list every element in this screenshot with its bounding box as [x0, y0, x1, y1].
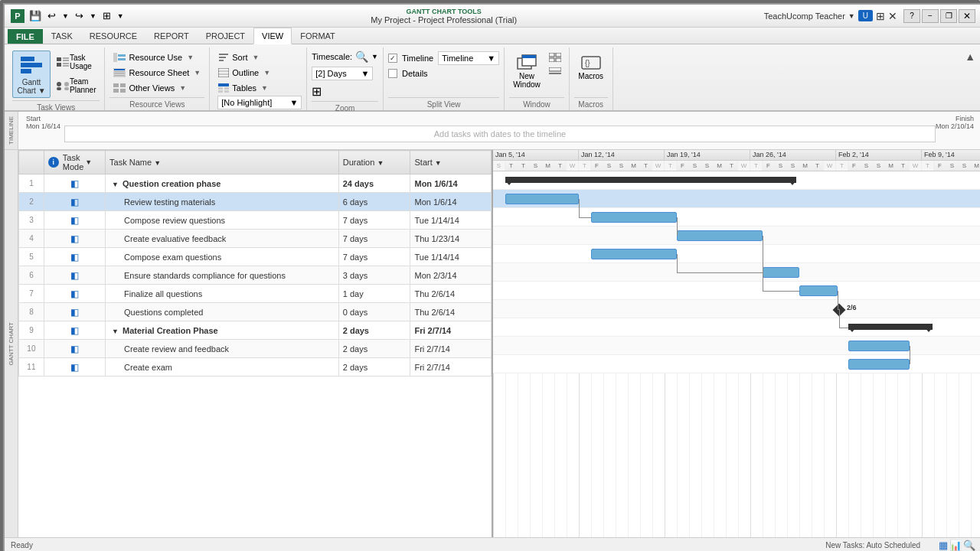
table-row[interactable]: 3 ◧ Compose review questions 7 days Tue …	[19, 211, 492, 230]
hide-btn[interactable]	[546, 65, 564, 79]
col-header-name[interactable]: Task Name ▼	[106, 151, 339, 174]
new-window-label: NewWindow	[513, 72, 541, 89]
resource-sheet-btn[interactable]: Resource Sheet ▼	[109, 66, 204, 80]
user-icon2[interactable]: ⊞	[876, 10, 885, 22]
table-row[interactable]: 10 ◧ Create review and feedback 2 days F…	[19, 340, 492, 358]
task-mode-icon: ◧	[70, 233, 79, 244]
table-row[interactable]: 7 ◧ Finalize all questions 1 day Thu 2/6…	[19, 285, 492, 303]
table-row[interactable]: 6 ◧ Ensure standards compliance for ques…	[19, 266, 492, 285]
user-area: TeachUcomp Teacher ▼ U ⊞ ✕	[764, 10, 897, 22]
svg-rect-24	[120, 89, 126, 93]
timeline-dropdown-arrow: ▼	[487, 54, 495, 63]
zoom-in-arrow[interactable]: ▼	[371, 53, 378, 60]
zoom-btn[interactable]: 🔍	[963, 540, 975, 551]
quick-access-dropdown[interactable]: ▼	[117, 12, 124, 20]
tab-report[interactable]: REPORT	[145, 28, 198, 44]
new-window-btn[interactable]: NewWindow	[509, 51, 544, 92]
user-close[interactable]: ✕	[888, 10, 897, 22]
highlight-dropdown[interactable]: [No Highlight] ▼	[217, 96, 302, 109]
arrange-all-btn[interactable]	[546, 51, 564, 64]
redo-dropdown[interactable]: ▼	[90, 12, 96, 20]
gantt-day-cell: M	[714, 161, 726, 171]
save-icon[interactable]: 💾	[29, 10, 41, 21]
timeline-checkbox[interactable]	[388, 54, 397, 63]
gantt-bar[interactable]	[848, 359, 910, 370]
col-start-sort[interactable]: ▼	[435, 159, 442, 167]
tables-btn[interactable]: Tables ▼	[214, 81, 272, 95]
row-name[interactable]: Compose review questions	[106, 211, 339, 230]
quick-access-more[interactable]: ⊞	[103, 10, 111, 21]
col-header-start[interactable]: Start ▼	[410, 151, 492, 174]
table-row[interactable]: 1 ◧ ▼ Question creation phase 24 days Mo…	[19, 174, 492, 193]
undo-icon[interactable]: ↩	[47, 10, 56, 21]
gantt-bar[interactable]	[677, 230, 763, 241]
timeline-dropdown[interactable]: Timeline ▼	[438, 51, 499, 65]
zoom-days-dropdown[interactable]: [2] Days ▼	[312, 67, 373, 80]
tab-view[interactable]: VIEW	[253, 28, 292, 44]
help-btn[interactable]: ?	[903, 9, 920, 23]
macros-btn[interactable]: {} Macros	[574, 51, 608, 83]
col-name-sort[interactable]: ▼	[154, 159, 161, 167]
sort-btn[interactable]: Sort ▼	[214, 51, 263, 64]
table-row[interactable]: 8 ◧ Questions completed 0 days Thu 2/6/1…	[19, 303, 492, 321]
gantt-bar[interactable]	[799, 285, 838, 296]
macros-label: Macros	[574, 97, 608, 109]
gantt-day-cell: M	[971, 161, 980, 171]
row-name[interactable]: Finalize all questions	[106, 285, 339, 303]
redo-icon[interactable]: ↪	[75, 10, 83, 21]
zoom-icon2[interactable]: ⊞	[312, 84, 322, 99]
row-name[interactable]: Ensure standards compliance for question…	[106, 266, 339, 285]
restore-btn[interactable]: ❐	[940, 9, 957, 23]
gantt-bar[interactable]	[505, 194, 579, 204]
gantt-chart-btn[interactable]: GanttChart ▼	[12, 51, 51, 98]
normal-view-btn[interactable]: ▦	[939, 540, 948, 551]
gantt-bar[interactable]	[591, 249, 677, 259]
col-mode-sort[interactable]: ▼	[85, 158, 92, 166]
row-name[interactable]: Review testing materials	[106, 193, 339, 211]
outline-btn[interactable]: Outline ▼	[214, 66, 274, 80]
tab-resource[interactable]: RESOURCE	[81, 28, 145, 44]
user-dropdown[interactable]: ▼	[848, 12, 855, 20]
other-views-btn[interactable]: Other Views ▼	[109, 81, 190, 95]
row-name[interactable]: ▼ Material Creation Phase	[106, 321, 339, 340]
row-mode: ◧	[44, 303, 105, 321]
table-row[interactable]: 5 ◧ Compose exam questions 7 days Tue 1/…	[19, 248, 492, 266]
tab-format[interactable]: FORMAT	[292, 28, 344, 44]
details-checkbox[interactable]	[388, 69, 397, 78]
table-row[interactable]: 11 ◧ Create exam 2 days Fri 2/7/14	[19, 358, 492, 377]
row-name[interactable]: Compose exam questions	[106, 248, 339, 266]
resource-use-btn[interactable]: Resource Use ▼	[109, 51, 198, 64]
outline-label: Outline	[232, 68, 259, 77]
col-header-duration[interactable]: Duration ▼	[338, 151, 410, 174]
gantt-chart-area: Jan 5, '14Jan 12, '14Jan 19, '14Jan 26, …	[493, 150, 980, 537]
tab-project[interactable]: PROJECT	[198, 28, 253, 44]
row-name[interactable]: ▼ Question creation phase	[106, 174, 339, 193]
row-name[interactable]: Create exam	[106, 358, 339, 377]
zoom-in-icon[interactable]: 🔍	[355, 51, 368, 63]
undo-dropdown[interactable]: ▼	[62, 12, 69, 20]
minimize-btn[interactable]: −	[922, 9, 939, 23]
table-row[interactable]: 9 ◧ ▼ Material Creation Phase 2 days Fri…	[19, 321, 492, 340]
row-name[interactable]: Create review and feedback	[106, 340, 339, 358]
table-row[interactable]: 4 ◧ Create evaluative feedback 7 days Th…	[19, 230, 492, 248]
gantt-bar[interactable]	[591, 212, 677, 223]
tab-file[interactable]: FILE	[8, 29, 43, 44]
task-usage-btn[interactable]: TaskUsage	[52, 51, 100, 73]
user-icon-btn[interactable]: U	[858, 10, 873, 21]
table-row[interactable]: 2 ◧ Review testing materials 6 days Mon …	[19, 193, 492, 211]
gantt-summary-bar[interactable]	[505, 177, 796, 183]
collapse-ribbon-btn[interactable]: ▲	[962, 47, 978, 110]
col-duration-sort[interactable]: ▼	[377, 159, 384, 167]
title-bar: P 💾 ↩ ▼ ↪ ▼ ⊞ ▼ GANTT CHART TOOLS My Pro…	[5, 5, 980, 28]
svg-rect-39	[549, 53, 554, 57]
tab-task[interactable]: TASK	[43, 28, 81, 44]
row-name[interactable]: Questions completed	[106, 303, 339, 321]
team-planner-btn[interactable]: TeamPlanner	[52, 74, 100, 97]
gantt-bar[interactable]	[763, 267, 799, 278]
close-btn[interactable]: ✕	[959, 9, 975, 23]
timeline-bar[interactable]: Add tasks with dates to the timeline	[64, 126, 936, 142]
row-name[interactable]: Create evaluative feedback	[106, 230, 339, 248]
gantt-bar[interactable]	[848, 341, 910, 351]
gantt-view-btn[interactable]: 📊	[949, 540, 962, 551]
gantt-summary-bar[interactable]	[848, 324, 933, 330]
